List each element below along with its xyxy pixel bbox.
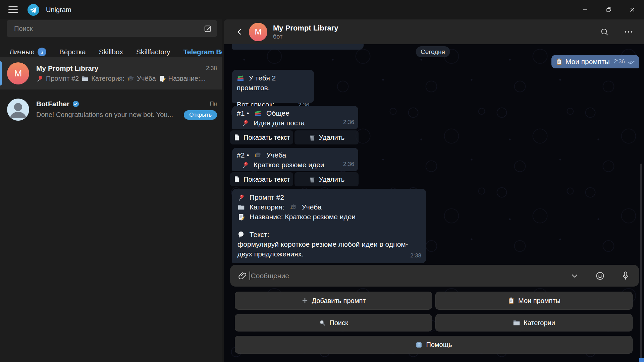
compose-icon[interactable] [204, 24, 212, 33]
pushpin-icon [241, 161, 249, 169]
inline-keyboard-row: Показать текст Удалить [230, 172, 359, 186]
keyboard-row: Помощь [235, 336, 633, 354]
message-time: 2:36 [614, 58, 625, 65]
avatar-letter: M [255, 27, 262, 37]
person-icon [7, 99, 29, 121]
search-placeholder: Поиск [14, 25, 204, 33]
inline-keyboard-row: Показать текст Удалить [230, 130, 359, 144]
delete-button[interactable]: Удалить [294, 172, 359, 186]
graduation-cap-icon [127, 75, 134, 82]
chat-preview: Done! Congratulations on your new bot. Y… [36, 111, 180, 119]
hamburger-menu-icon[interactable] [3, 0, 23, 19]
chat-header-title: My Prompt Library [273, 24, 338, 33]
close-icon [630, 7, 635, 12]
tab-personal[interactable]: Личные 3 [9, 47, 46, 57]
pushpin-icon [237, 194, 245, 201]
wastebasket-icon [309, 134, 316, 141]
clipboard-icon [507, 297, 515, 304]
tab-label: Telegram Bot [183, 48, 228, 56]
composer: Сообщение [230, 265, 639, 287]
categories-button[interactable]: Категории [435, 314, 633, 331]
page-icon [233, 134, 240, 141]
tab-skillbox[interactable]: Skillbox [99, 47, 123, 57]
button-label: Поиск [329, 319, 348, 327]
bot-keyboard: Добавить промпт Мои промпты Поиск Катего… [235, 292, 633, 354]
chat-title: My Prompt Library [36, 64, 99, 72]
books-icon [237, 74, 244, 82]
delete-button[interactable]: Удалить [294, 130, 359, 144]
message-time: 2:38 [410, 251, 421, 260]
preview-text: Название:... [168, 75, 206, 82]
preview-text: Категория: [91, 75, 124, 82]
chat-item-botfather[interactable]: BotFather Пн Done! Congratulations on yo… [0, 94, 222, 126]
voice-message-button[interactable] [620, 270, 632, 282]
folder-icon [513, 319, 520, 326]
resize-grip [639, 358, 644, 362]
chat-title: BotFather [36, 100, 69, 108]
message-outgoing: Мои промпты 2:36 [551, 55, 639, 68]
pushpin-icon [36, 75, 43, 82]
tab-verstka[interactable]: Вёрстка [59, 47, 86, 57]
tab-label: Skillfactory [136, 48, 170, 56]
search-prompts-button[interactable]: Поиск [235, 314, 432, 331]
show-text-button[interactable]: Показать текст [230, 130, 293, 144]
date-separator[interactable]: Сегодня [416, 46, 450, 57]
preview-text: Промпт #2 [46, 75, 79, 82]
button-label: Добавить промпт [312, 297, 366, 305]
tab-telegram-bot[interactable]: Telegram Bot [183, 47, 228, 57]
message-text: Общее [266, 109, 289, 117]
message-text: формулируй короткое резюме любой идеи в … [237, 240, 408, 258]
chat-area: Категория: Учёба 2:31 M My Prompt Librar… [222, 19, 644, 362]
chat-time: Пн [210, 101, 217, 107]
message-prompt-2: #2 • Учёба Краткое резюме идеи 2:36 [232, 148, 358, 171]
magnifier-icon [319, 319, 326, 326]
attach-button[interactable] [236, 269, 249, 282]
open-bot-button[interactable]: Открыть [184, 110, 217, 120]
message-text: #2 • [237, 151, 249, 159]
sidebar: Поиск Личные 3 Вёрстка Skillbox Skillfac… [0, 19, 222, 362]
chat-header-avatar[interactable]: M [249, 23, 267, 41]
show-text-button[interactable]: Показать текст [230, 172, 293, 186]
preview-text: Done! Congratulations on your new bot. Y… [36, 111, 173, 119]
message-time: 2:36 [343, 117, 354, 127]
memo-icon [159, 75, 166, 82]
my-prompts-button[interactable]: Мои промпты [435, 292, 633, 310]
chat-item-my-prompt-library[interactable]: M My Prompt Library 2:38 Промпт #2 Катег… [0, 57, 222, 89]
button-label: Удалить [319, 134, 344, 141]
books-icon [254, 110, 262, 117]
hide-keyboard-button[interactable] [569, 270, 581, 282]
chat-search-button[interactable] [597, 24, 612, 39]
chat-time: 2:38 [206, 65, 217, 72]
plus-icon [301, 297, 309, 304]
wastebasket-icon [309, 176, 316, 183]
chevron-down-icon [570, 272, 579, 280]
chat-scrollbar[interactable] [640, 164, 642, 361]
message-text: Промпт #2 [250, 193, 284, 201]
tab-label: Личные [9, 48, 35, 56]
button-label: Категории [524, 319, 555, 327]
back-button[interactable] [233, 25, 246, 39]
keyboard-row: Добавить промпт Мои промпты [235, 292, 633, 310]
message-time: 2:36 [343, 159, 354, 169]
add-prompt-button[interactable]: Добавить промпт [235, 292, 432, 310]
minimize-button[interactable] [574, 0, 597, 19]
tab-skillfactory[interactable]: Skillfactory [136, 47, 170, 57]
pushpin-icon [241, 119, 249, 127]
tab-label: Вёрстка [59, 48, 86, 56]
message-text: Учёба [302, 203, 321, 211]
button-label: Удалить [319, 176, 344, 183]
message-text: Название: Краткое резюме идеи [250, 213, 356, 221]
help-button[interactable]: Помощь [235, 336, 633, 354]
search-input[interactable]: Поиск [7, 20, 217, 37]
unigram-window: Unigram Поиск Личные 3 [0, 0, 644, 362]
close-button[interactable] [621, 0, 644, 19]
preview-text: Учёба [137, 75, 156, 82]
chat-list: M My Prompt Library 2:38 Промпт #2 Катег… [0, 57, 222, 126]
restore-button[interactable] [597, 0, 621, 19]
chat-menu-button[interactable] [621, 24, 636, 39]
emoji-button[interactable] [594, 270, 606, 282]
message-input[interactable]: Сообщение [250, 272, 569, 280]
message-placeholder: Сообщение [251, 272, 289, 280]
paperclip-icon [238, 271, 247, 280]
message-text: Идея для поста [254, 119, 305, 127]
